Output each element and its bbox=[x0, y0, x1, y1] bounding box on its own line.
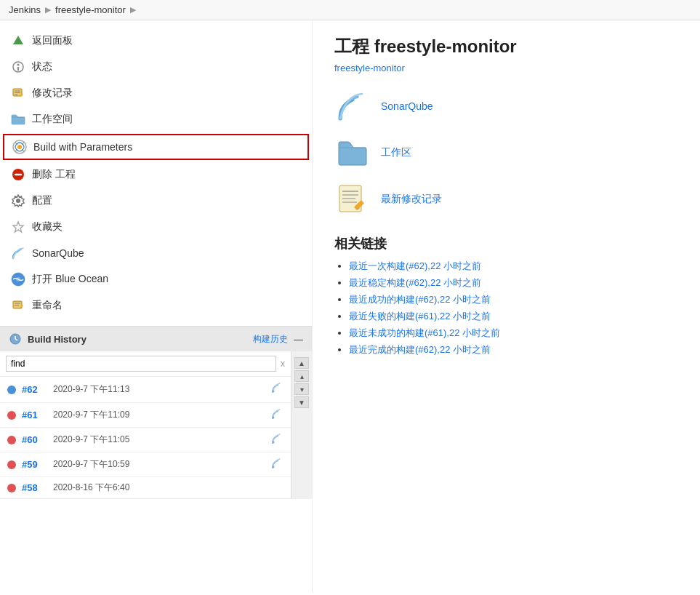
folder-icon bbox=[10, 111, 26, 127]
sonar-main-link[interactable]: SonarQube bbox=[381, 100, 433, 112]
sidebar-item-build-params[interactable]: Build with Parameters bbox=[3, 134, 309, 160]
related-links-list: 最近一次构建(#62),22 小时之前 最近稳定构建(#62),22 小时之前 … bbox=[334, 260, 678, 356]
sidebar-item-rename[interactable]: 重命名 bbox=[0, 292, 312, 319]
svg-point-23 bbox=[273, 391, 275, 393]
sidebar-item-favorites[interactable]: 收藏夹 bbox=[0, 214, 312, 240]
sonar-sidebar-icon bbox=[10, 245, 26, 261]
sidebar-item-status[interactable]: 状态 bbox=[0, 54, 312, 80]
sidebar-label-workspace: 工作空间 bbox=[32, 113, 73, 126]
sidebar-label-configure: 配置 bbox=[32, 194, 52, 207]
sidebar-label-back: 返回面板 bbox=[32, 34, 73, 47]
build-link-58[interactable]: #58 bbox=[22, 482, 47, 493]
build-rss-icon-61 bbox=[270, 407, 283, 423]
scroll-down-small-button[interactable]: ▾ bbox=[294, 383, 309, 395]
list-item: 最近一次构建(#62),22 小时之前 bbox=[349, 260, 678, 273]
list-item: 最近完成的构建(#62),22 小时之前 bbox=[349, 343, 678, 356]
sidebar-item-back[interactable]: 返回面板 bbox=[0, 28, 312, 54]
delete-icon bbox=[10, 167, 26, 183]
build-row: #61 2020-9-7 下午11:09 bbox=[0, 403, 291, 428]
breadcrumb-arrow-2: ▶ bbox=[130, 5, 136, 15]
svg-point-2 bbox=[17, 64, 20, 66]
scroll-down-button[interactable]: ▼ bbox=[294, 396, 309, 408]
scroll-up-small-button[interactable]: ▴ bbox=[294, 370, 309, 382]
svg-rect-3 bbox=[17, 67, 19, 71]
build-history-header-left: Build History bbox=[9, 332, 87, 346]
workspace-main-link[interactable]: 工作区 bbox=[381, 146, 411, 159]
gear-icon bbox=[10, 193, 26, 209]
sidebar-item-workspace[interactable]: 工作空间 bbox=[0, 106, 312, 132]
svg-point-24 bbox=[273, 417, 275, 419]
project-links: SonarQube 工作区 bbox=[334, 88, 678, 217]
workspace-main-icon bbox=[334, 135, 371, 171]
rename-icon bbox=[10, 298, 26, 314]
search-clear-button[interactable]: x bbox=[281, 359, 285, 369]
build-status-dot-59 bbox=[7, 460, 16, 469]
sidebar-label-delete: 删除 工程 bbox=[32, 168, 76, 181]
build-time-62: 2020-9-7 下午11:13 bbox=[53, 383, 265, 396]
sidebar-label-status: 状态 bbox=[32, 60, 52, 73]
breadcrumb-project[interactable]: freestyle-monitor bbox=[55, 4, 126, 15]
build-search-input[interactable] bbox=[6, 356, 276, 372]
svg-point-25 bbox=[273, 442, 275, 444]
build-link-62[interactable]: #62 bbox=[22, 384, 47, 395]
related-link-3[interactable]: 最近失败的构建(#61),22 小时之前 bbox=[349, 311, 491, 322]
svg-marker-0 bbox=[13, 36, 23, 44]
sidebar-item-sonar[interactable]: SonarQube bbox=[0, 240, 312, 266]
related-link-1[interactable]: 最近稳定构建(#62),22 小时之前 bbox=[349, 277, 481, 288]
build-history-dash: — bbox=[294, 334, 303, 345]
related-link-4[interactable]: 最近未成功的构建(#61),22 小时之前 bbox=[349, 327, 500, 338]
svg-point-13 bbox=[16, 199, 20, 203]
build-list: #62 2020-9-7 下午11:13 bbox=[0, 377, 291, 499]
sidebar-item-configure[interactable]: 配置 bbox=[0, 188, 312, 214]
build-row: #58 2020-8-16 下午6:40 bbox=[0, 477, 291, 499]
related-link-2[interactable]: 最近成功的构建(#62),22 小时之前 bbox=[349, 294, 491, 305]
changes-main-link[interactable]: 最新修改记录 bbox=[381, 193, 442, 206]
related-link-5[interactable]: 最近完成的构建(#62),22 小时之前 bbox=[349, 344, 491, 355]
sidebar-label-rename: 重命名 bbox=[32, 299, 63, 312]
build-row: #59 2020-9-7 下午10:59 bbox=[0, 452, 291, 477]
build-rss-icon-59 bbox=[270, 457, 283, 472]
sonar-main-icon bbox=[334, 88, 371, 124]
sidebar-label-changes: 修改记录 bbox=[32, 87, 73, 100]
build-link-60[interactable]: #60 bbox=[22, 434, 47, 445]
project-link-changes: 最新修改记录 bbox=[334, 181, 678, 217]
breadcrumb-jenkins[interactable]: Jenkins bbox=[9, 4, 41, 15]
scroll-up-button[interactable]: ▲ bbox=[294, 357, 309, 369]
pencil-icon bbox=[10, 85, 26, 101]
main-content: 工程 freestyle-monitor freestyle-monitor S… bbox=[313, 20, 700, 592]
build-time-58: 2020-8-16 下午6:40 bbox=[53, 482, 283, 494]
list-item: 最近稳定构建(#62),22 小时之前 bbox=[349, 276, 678, 289]
sidebar-label-build-params: Build with Parameters bbox=[33, 141, 132, 153]
page-title: 工程 freestyle-monitor bbox=[334, 35, 678, 58]
build-history-title: Build History bbox=[28, 334, 87, 345]
sidebar-item-changes[interactable]: 修改记录 bbox=[0, 80, 312, 106]
build-history-subtitle-link[interactable]: 构建历史 bbox=[253, 333, 288, 346]
related-links-section: 相关链接 最近一次构建(#62),22 小时之前 最近稳定构建(#62),22 … bbox=[334, 235, 678, 356]
list-item: 最近未成功的构建(#61),22 小时之前 bbox=[349, 327, 678, 340]
star-icon bbox=[10, 219, 26, 235]
list-item: 最近失败的构建(#61),22 小时之前 bbox=[349, 310, 678, 323]
build-history-header: Build History 构建历史 — bbox=[0, 327, 312, 351]
arrow-up-icon bbox=[10, 33, 26, 49]
related-link-0[interactable]: 最近一次构建(#62),22 小时之前 bbox=[349, 260, 481, 271]
sidebar: 返回面板 状态 bbox=[0, 20, 313, 592]
build-row: #60 2020-9-7 下午11:05 bbox=[0, 428, 291, 452]
build-link-61[interactable]: #61 bbox=[22, 410, 47, 420]
svg-point-10 bbox=[17, 145, 22, 149]
ocean-icon bbox=[10, 271, 26, 287]
build-search-row: x bbox=[0, 351, 291, 377]
build-status-dot-58 bbox=[7, 484, 16, 492]
svg-point-26 bbox=[273, 466, 275, 468]
build-link-59[interactable]: #59 bbox=[22, 459, 47, 470]
sidebar-item-blueocean[interactable]: 打开 Blue Ocean bbox=[0, 266, 312, 292]
build-history-header-right: 构建历史 — bbox=[253, 333, 303, 346]
build-status-dot-62 bbox=[7, 386, 16, 394]
top-nav: Jenkins ▶ freestyle-monitor ▶ bbox=[0, 0, 700, 20]
sidebar-item-delete[interactable]: 删除 工程 bbox=[0, 161, 312, 188]
sidebar-label-blueocean: 打开 Blue Ocean bbox=[32, 273, 108, 286]
build-status-dot-61 bbox=[7, 411, 16, 420]
build-history-section: Build History 构建历史 — x bbox=[0, 326, 312, 499]
sidebar-label-sonar: SonarQube bbox=[32, 247, 84, 259]
scroll-controls: ▲ ▴ ▾ ▼ bbox=[291, 351, 312, 499]
svg-point-16 bbox=[16, 277, 20, 281]
